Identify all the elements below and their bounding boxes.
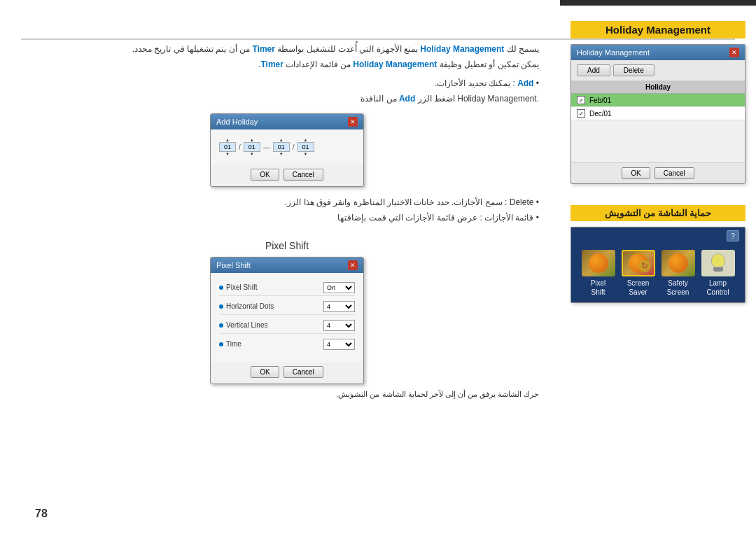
ps-label-vertical: Vertical Lines (219, 321, 267, 329)
hm-checkbox-1[interactable] (577, 96, 585, 104)
ps-select-vertical[interactable]: 4 123 (323, 320, 355, 331)
spinner-down-2: ▼ (250, 152, 254, 156)
hm-toolbar: Add Delete (571, 60, 745, 81)
ps-label-horizontal: Horizontal Dots (219, 302, 274, 310)
add-ref: Add (517, 78, 533, 88)
spinner-val-2[interactable]: 01 (244, 142, 260, 152)
safety-panel-header: ? (571, 227, 745, 244)
add-holiday-cancel-button[interactable]: Cancel (284, 169, 323, 181)
sep-1: / (238, 143, 241, 151)
ps-label-time: Time (219, 340, 241, 348)
safety-screen-label-1: Safety (667, 279, 690, 288)
spinner-val-4[interactable]: 01 (298, 142, 314, 152)
add-holiday-dialog: Add Holiday ✕ ▲ 01 ▼ / ▲ 01 ▼ — (210, 113, 364, 187)
safety-icon-lamp-control[interactable]: Lamp Control (701, 250, 735, 297)
pixel-shift-dialog: Pixel Shift ✕ Pixel Shift On Off (210, 257, 364, 384)
pixel-shift-icon-label-line1: Pixel Shift (591, 279, 606, 297)
spinner-val-1[interactable]: 01 (219, 142, 236, 152)
arabic-intro-text: يسمح لك Holiday Management بمنع الأجهزة … (35, 42, 539, 106)
screen-saver-clock: ↻ (638, 260, 651, 272)
hm-panel-titlebar: Holiday Management ✕ (571, 45, 745, 60)
pixel-shift-close-button[interactable]: ✕ (348, 260, 358, 270)
spinner-down-3: ▼ (279, 152, 284, 156)
arabic-line-2: يمكن تمكين أو تعطيل وظيفة Holiday Manage… (35, 57, 539, 73)
safety-icon-safety-screen[interactable]: Safety Screen (662, 250, 695, 297)
pixel-shift-title: Pixel Shift (35, 240, 539, 251)
pixel-shift-icon-graphic (582, 250, 615, 276)
lamp-control-icon-img (701, 250, 735, 276)
safety-icon-pixel-shift[interactable]: Pixel Shift (582, 250, 615, 297)
safety-screen-icon-img (662, 250, 695, 276)
lamp-control-label-1: Lamp (706, 279, 729, 288)
spinner-val-3[interactable]: 01 (273, 142, 290, 152)
hm-add-button[interactable]: Add (577, 64, 610, 76)
hm-list-item-2[interactable]: Dec/01 (571, 107, 745, 120)
safety-icons-row: Pixel Shift ↻ (571, 244, 745, 302)
safety-icon-screen-saver[interactable]: ↻ Screen Saver (622, 250, 655, 297)
arabic-line-1: يسمح لك Holiday Management بمنع الأجهزة … (35, 42, 539, 57)
add-holiday-buttons: OK Cancel (211, 164, 363, 186)
pixel-shift-buttons: OK Cancel (211, 362, 363, 384)
bulb-top (711, 253, 725, 267)
safety-screen-fruit (668, 253, 688, 273)
timer-ref-1: Timer (252, 44, 274, 54)
ps-label-text-1: Pixel Shift (226, 283, 257, 291)
hm-close-button[interactable]: ✕ (729, 48, 739, 57)
top-border-line (21, 38, 735, 40)
right-content: Holiday Management Holiday Management ✕ … (560, 0, 756, 534)
hm-delete-button[interactable]: Delete (613, 64, 654, 76)
ps-row-horizontal: Horizontal Dots 4 123 (219, 299, 355, 315)
hm-ok-button[interactable]: OK (622, 167, 650, 179)
pixel-shift-cancel-button[interactable]: Cancel (284, 366, 323, 378)
pixel-shift-titlebar: Pixel Shift ✕ (211, 258, 363, 273)
ps-select-horizontal[interactable]: 4 123 (323, 301, 355, 312)
checkmark-1 (579, 97, 584, 104)
right-top-border (560, 0, 756, 6)
ps-select-pixel-shift[interactable]: On Off (323, 282, 355, 293)
date-spinners: ▲ 01 ▼ / ▲ 01 ▼ — ▲ 01 ▼ (219, 138, 355, 156)
pixel-shift-fruit (589, 253, 608, 273)
safety-help-button[interactable]: ? (727, 230, 739, 241)
ps-bullet-2 (219, 304, 223, 309)
sep-3: / (292, 143, 295, 151)
hm-panel-title-text: Holiday Management (577, 48, 650, 57)
hm-item-label-2: Dec/01 (589, 110, 612, 118)
add-holiday-body: ▲ 01 ▼ / ▲ 01 ▼ — ▲ 01 ▼ (211, 129, 363, 164)
spinner-day-from: ▲ 01 ▼ (244, 138, 260, 156)
ps-select-time[interactable]: 4 123 (323, 339, 355, 350)
spinner-month-to: ▲ 01 ▼ (273, 138, 290, 156)
add-holiday-title: Add Holiday (216, 118, 258, 126)
holiday-management-ref-2: Holiday Management (353, 59, 437, 69)
screen-saver-label-1: Screen (627, 279, 650, 288)
checkmark-2 (579, 111, 584, 117)
safety-panel: ? Pixel Shift (570, 227, 746, 303)
screen-saver-icon-label: Screen Saver (627, 279, 650, 297)
spinner-day-to: ▲ 01 ▼ (298, 138, 314, 156)
safety-section: حماية الشاشة من التشويش ? Pixel (570, 205, 746, 303)
pixel-shift-ok-button[interactable]: OK (251, 366, 279, 378)
safety-screen-icon-graphic (662, 250, 695, 276)
safety-screen-icon-label: Safety Screen (667, 279, 690, 297)
ps-row-pixel-shift: Pixel Shift On Off (219, 280, 355, 296)
add-instruction: .Holiday Management اضغط الزر Add من الن… (35, 92, 539, 107)
add-holiday-close-button[interactable]: ✕ (348, 117, 358, 127)
hm-checkbox-2[interactable] (577, 109, 585, 118)
bulb-base (713, 267, 723, 272)
pixel-shift-label-2: Shift (591, 288, 606, 297)
hm-panel-buttons: OK Cancel (571, 162, 745, 183)
bulb-shape (711, 253, 725, 273)
pixel-shift-label-1: Pixel (591, 279, 606, 288)
hm-list-item-1[interactable]: Feb/01 (571, 94, 745, 107)
holiday-management-section: Holiday Management Holiday Management ✕ … (570, 21, 746, 184)
add-holiday-ok-button[interactable]: OK (251, 169, 279, 181)
ps-bullet-1 (219, 286, 223, 290)
delete-ref: Delete (510, 197, 534, 207)
left-content: يسمح لك Holiday Management بمنع الأجهزة … (0, 0, 560, 534)
hm-cancel-button[interactable]: Cancel (654, 167, 694, 179)
ps-label-text-3: Vertical Lines (226, 321, 267, 329)
ps-bullet-3 (219, 323, 223, 328)
ps-label-pixel-shift: Pixel Shift (219, 283, 257, 291)
add-holiday-titlebar: Add Holiday ✕ (211, 114, 363, 129)
ps-label-text-2: Horizontal Dots (226, 302, 274, 310)
holiday-management-ref-1: Holiday Management (420, 44, 504, 54)
